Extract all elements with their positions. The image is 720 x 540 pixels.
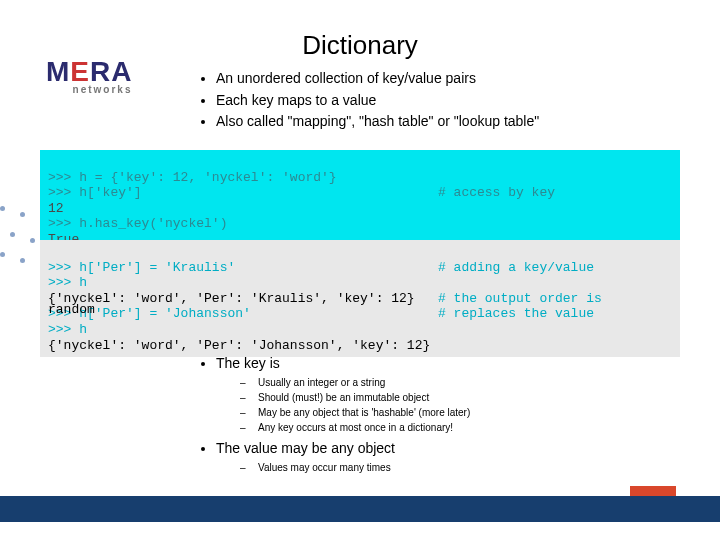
page-title: Dictionary — [0, 30, 720, 61]
intro-list: An unordered collection of key/value pai… — [200, 68, 539, 133]
key-heading: The key is Usually an integer or a strin… — [216, 354, 470, 435]
code-block-1: >>> h = {'key': 12, 'nyckel': 'word'} >>… — [40, 150, 680, 252]
footer-accent — [630, 486, 676, 496]
intro-item: An unordered collection of key/value pai… — [216, 68, 539, 90]
details-list: The key is Usually an integer or a strin… — [200, 354, 470, 479]
key-subitem: May be any object that is 'hashable' (mo… — [240, 405, 470, 420]
value-subitem: Values may occur many times — [240, 460, 470, 475]
footer-bar — [0, 496, 720, 522]
intro-item: Each key maps to a value — [216, 90, 539, 112]
value-heading: The value may be any object Values may o… — [216, 439, 470, 475]
code-block-2: >>> h['Per'] = 'Kraulis'# adding a key/v… — [40, 240, 680, 357]
key-subitem: Usually an integer or a string — [240, 375, 470, 390]
mera-logo: MERA networks — [46, 56, 132, 95]
intro-item: Also called "mapping", "hash table" or "… — [216, 111, 539, 133]
key-subitem: Any key occurs at most once in a diction… — [240, 420, 470, 435]
key-subitem: Should (must!) be an immutable object — [240, 390, 470, 405]
